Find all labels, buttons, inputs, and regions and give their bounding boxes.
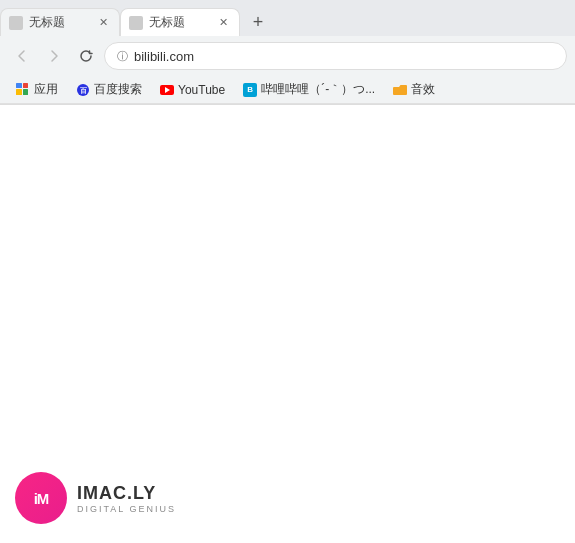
watermark-circle-text: iM [34, 490, 49, 507]
bookmark-bilibili-label: 哔哩哔哩（´-｀）つ... [261, 81, 375, 98]
watermark: iM IMAC.LY DIGITAL GENIUS [15, 472, 176, 524]
tab1-close-button[interactable]: ✕ [95, 15, 111, 31]
svg-rect-1 [132, 19, 140, 27]
address-bar[interactable]: ⓘ bilibili.com [104, 42, 567, 70]
page-content: iM IMAC.LY DIGITAL GENIUS [0, 105, 575, 543]
baidu-icon: 百 [76, 83, 90, 97]
bookmark-baidu[interactable]: 百 百度搜索 [68, 79, 150, 100]
watermark-circle: iM [15, 472, 67, 524]
bookmark-apps-label: 应用 [34, 81, 58, 98]
browser-chrome: 无标题 ✕ 无标题 ✕ + [0, 0, 575, 105]
watermark-brand-name: IMAC.LY [77, 483, 176, 504]
tab2-close-button[interactable]: ✕ [215, 15, 231, 31]
svg-text:百: 百 [80, 87, 88, 94]
bookmark-youtube-label: YouTube [178, 83, 225, 97]
address-bar-url: bilibili.com [134, 49, 194, 64]
youtube-icon [160, 83, 174, 97]
svg-rect-0 [12, 19, 20, 27]
tab1-title: 无标题 [29, 14, 89, 31]
forward-button[interactable] [40, 42, 68, 70]
back-button[interactable] [8, 42, 36, 70]
bookmark-yinxiao[interactable]: 音效 [385, 79, 443, 100]
folder-icon [393, 83, 407, 97]
secure-icon: ⓘ [117, 49, 128, 64]
tab-bar: 无标题 ✕ 无标题 ✕ + [0, 0, 575, 36]
tab2-favicon [129, 16, 143, 30]
bookmark-bilibili[interactable]: B 哔哩哔哩（´-｀）つ... [235, 79, 383, 100]
bookmark-baidu-label: 百度搜索 [94, 81, 142, 98]
browser-tab-2[interactable]: 无标题 ✕ [120, 8, 240, 36]
new-tab-button[interactable]: + [244, 8, 272, 36]
watermark-tagline: DIGITAL GENIUS [77, 504, 176, 514]
address-bar-row: ⓘ bilibili.com [0, 36, 575, 76]
apps-icon [16, 83, 30, 97]
bookmark-yinxiao-label: 音效 [411, 81, 435, 98]
reload-button[interactable] [72, 42, 100, 70]
tab1-favicon [9, 16, 23, 30]
bookmarks-bar: 应用 百 百度搜索 YouTube B 哔哩哔哩（´-｀）つ... [0, 76, 575, 104]
bilibili-icon: B [243, 83, 257, 97]
bookmark-youtube[interactable]: YouTube [152, 81, 233, 99]
tab2-title: 无标题 [149, 14, 209, 31]
bookmark-apps[interactable]: 应用 [8, 79, 66, 100]
browser-tab-1[interactable]: 无标题 ✕ [0, 8, 120, 36]
watermark-text-block: IMAC.LY DIGITAL GENIUS [77, 483, 176, 514]
